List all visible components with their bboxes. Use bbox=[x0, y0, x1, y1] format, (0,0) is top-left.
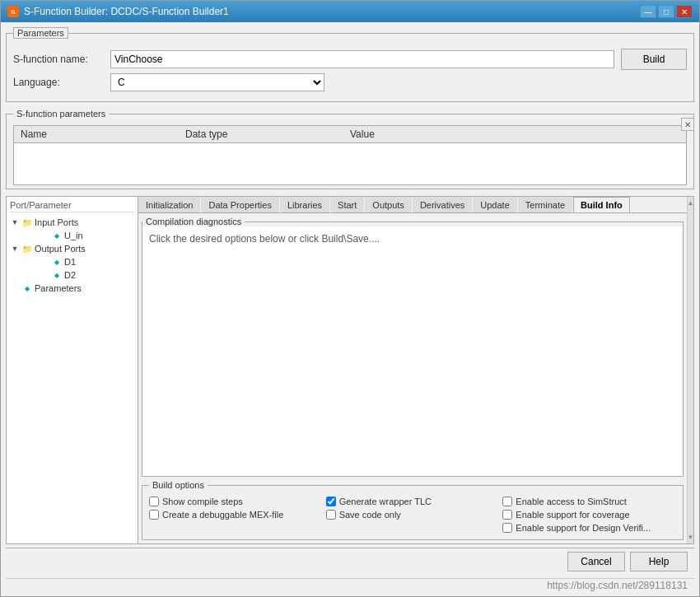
enable-coverage-checkbox[interactable] bbox=[502, 510, 512, 520]
spacer-d1 bbox=[40, 257, 49, 267]
s-function-params-legend: S-function parameters bbox=[13, 109, 109, 119]
diamond-icon-d1: ◆ bbox=[51, 256, 63, 268]
compilation-body: Click the desired options below or click… bbox=[142, 226, 683, 476]
enable-simstruct-label[interactable]: Enable access to SimStruct bbox=[516, 497, 627, 506]
enable-design-label[interactable]: Enable support for Design Verifi... bbox=[516, 523, 651, 533]
right-scrollbar: ▲ ▼ bbox=[687, 197, 693, 543]
window-title: S-Function Builder: DCDC/S-Function Buil… bbox=[24, 6, 229, 17]
title-controls: — □ ✕ bbox=[640, 5, 693, 18]
parameters-fieldset: Parameters S-function name: Build Langua… bbox=[6, 27, 694, 102]
save-code-only-checkbox[interactable] bbox=[326, 510, 336, 520]
toggle-parameters bbox=[10, 283, 20, 293]
enable-coverage-label[interactable]: Enable support for coverage bbox=[516, 510, 629, 520]
option-show-compile: Show compile steps bbox=[149, 497, 323, 506]
build-options-fieldset: Build options Show compile steps Generat… bbox=[142, 480, 684, 540]
generate-wrapper-checkbox[interactable] bbox=[326, 497, 336, 506]
s-function-name-label: S-function name: bbox=[13, 54, 104, 65]
main-content: Parameters S-function name: Build Langua… bbox=[1, 22, 699, 596]
build-options-grid: Show compile steps Generate wrapper TLC … bbox=[149, 497, 676, 533]
toggle-input-ports: ▼ bbox=[10, 217, 20, 227]
folder-icon-output: 📁 bbox=[21, 243, 33, 254]
save-code-only-label[interactable]: Save code only bbox=[339, 510, 401, 520]
bottom-bar: Cancel Help bbox=[6, 548, 694, 575]
folder-icon-input: 📁 bbox=[21, 217, 33, 228]
output-ports-label: Output Ports bbox=[35, 244, 86, 254]
s-function-params-body bbox=[14, 143, 686, 184]
build-button[interactable]: Build bbox=[621, 49, 687, 70]
tab-build-info[interactable]: Build Info bbox=[573, 197, 630, 212]
create-debuggable-checkbox[interactable] bbox=[149, 510, 159, 520]
build-options-legend: Build options bbox=[149, 480, 208, 490]
input-ports-label: Input Ports bbox=[35, 217, 78, 227]
tab-start[interactable]: Start bbox=[330, 197, 364, 212]
toggle-output-ports: ▼ bbox=[10, 244, 20, 254]
s-function-name-row: S-function name: Build bbox=[13, 49, 687, 70]
tree-item-output-ports[interactable]: ▼ 📁 Output Ports bbox=[10, 242, 134, 255]
create-debuggable-label[interactable]: Create a debuggable MEX-file bbox=[162, 510, 283, 520]
title-bar-left: S S-Function Builder: DCDC/S-Function Bu… bbox=[7, 6, 229, 17]
tree-item-parameters[interactable]: ◆ Parameters bbox=[10, 282, 134, 295]
show-compile-label[interactable]: Show compile steps bbox=[162, 497, 243, 506]
right-panel: Initialization Data Properties Libraries… bbox=[138, 197, 687, 543]
col-name: Name bbox=[14, 126, 179, 142]
tab-derivatives[interactable]: Derivatives bbox=[413, 197, 472, 212]
col-datatype: Data type bbox=[179, 126, 343, 142]
compilation-legend: Compilation diagnostics bbox=[142, 217, 245, 226]
status-text: https://blog.csdn.net/289118131 bbox=[547, 580, 688, 591]
tree-item-d1[interactable]: ◆ D1 bbox=[40, 255, 134, 268]
d1-label: D1 bbox=[64, 257, 76, 267]
minimize-button[interactable]: — bbox=[640, 5, 656, 18]
close-params-button[interactable]: ✕ bbox=[681, 118, 694, 131]
spacer-d2 bbox=[40, 270, 49, 280]
diamond-icon-d2: ◆ bbox=[51, 269, 63, 281]
s-function-name-input[interactable] bbox=[110, 50, 614, 68]
title-bar: S S-Function Builder: DCDC/S-Function Bu… bbox=[1, 1, 699, 22]
option-generate-wrapper: Generate wrapper TLC bbox=[326, 497, 500, 506]
tab-outputs[interactable]: Outputs bbox=[365, 197, 412, 212]
compilation-text: Click the desired options below or click… bbox=[149, 233, 380, 245]
tree-children-output: ◆ D1 ◆ D2 bbox=[10, 255, 134, 282]
tree-item-u-in[interactable]: ◆ U_in bbox=[40, 229, 134, 242]
language-select[interactable]: C bbox=[110, 73, 324, 91]
scroll-down[interactable]: ▼ bbox=[687, 533, 694, 542]
close-button[interactable]: ✕ bbox=[676, 5, 693, 18]
help-button[interactable]: Help bbox=[630, 552, 688, 571]
option-create-debuggable: Create a debuggable MEX-file bbox=[149, 510, 323, 520]
language-row: Language: C bbox=[13, 73, 687, 91]
option-enable-design: Enable support for Design Verifi... bbox=[502, 523, 676, 533]
left-panel-title: Port/Parameter bbox=[10, 200, 134, 212]
app-icon: S bbox=[7, 6, 19, 17]
cancel-button[interactable]: Cancel bbox=[567, 552, 625, 571]
diamond-icon-params: ◆ bbox=[21, 282, 33, 294]
show-compile-checkbox[interactable] bbox=[149, 497, 159, 506]
tab-update[interactable]: Update bbox=[473, 197, 516, 212]
tree-item-d2[interactable]: ◆ D2 bbox=[40, 268, 134, 282]
main-window: S S-Function Builder: DCDC/S-Function Bu… bbox=[0, 0, 700, 597]
parameters-tree-label: Parameters bbox=[35, 283, 82, 293]
option-enable-simstruct: Enable access to SimStruct bbox=[502, 497, 676, 506]
language-label: Language: bbox=[13, 77, 104, 88]
tabs-bar: Initialization Data Properties Libraries… bbox=[138, 197, 687, 213]
s-function-params-table: Name Data type Value bbox=[13, 125, 687, 185]
maximize-button[interactable]: □ bbox=[658, 5, 674, 18]
enable-simstruct-checkbox[interactable] bbox=[502, 497, 512, 506]
parameters-legend: Parameters bbox=[13, 27, 68, 39]
scroll-up[interactable]: ▲ bbox=[687, 198, 694, 208]
tab-libraries[interactable]: Libraries bbox=[280, 197, 329, 212]
u-in-label: U_in bbox=[64, 231, 83, 240]
tab-content-build-info: Compilation diagnostics Click the desire… bbox=[138, 213, 687, 543]
s-function-params-fieldset: S-function parameters Name Data type Val… bbox=[6, 109, 694, 189]
option-enable-coverage: Enable support for coverage bbox=[502, 510, 676, 520]
status-bar: https://blog.csdn.net/289118131 bbox=[6, 578, 694, 591]
enable-design-checkbox[interactable] bbox=[502, 523, 512, 533]
tab-data-properties[interactable]: Data Properties bbox=[201, 197, 278, 212]
spacer-u-in bbox=[40, 231, 49, 240]
left-panel: Port/Parameter ▼ 📁 Input Ports ◆ U_in bbox=[7, 197, 138, 543]
tab-terminate[interactable]: Terminate bbox=[518, 197, 572, 212]
tab-initialization[interactable]: Initialization bbox=[138, 197, 200, 212]
s-function-params-header: Name Data type Value bbox=[14, 126, 686, 143]
tree-child-u-in: ◆ U_in bbox=[10, 229, 134, 242]
tree-item-input-ports[interactable]: ▼ 📁 Input Ports bbox=[10, 216, 134, 229]
generate-wrapper-label[interactable]: Generate wrapper TLC bbox=[339, 497, 432, 506]
d2-label: D2 bbox=[64, 270, 76, 280]
